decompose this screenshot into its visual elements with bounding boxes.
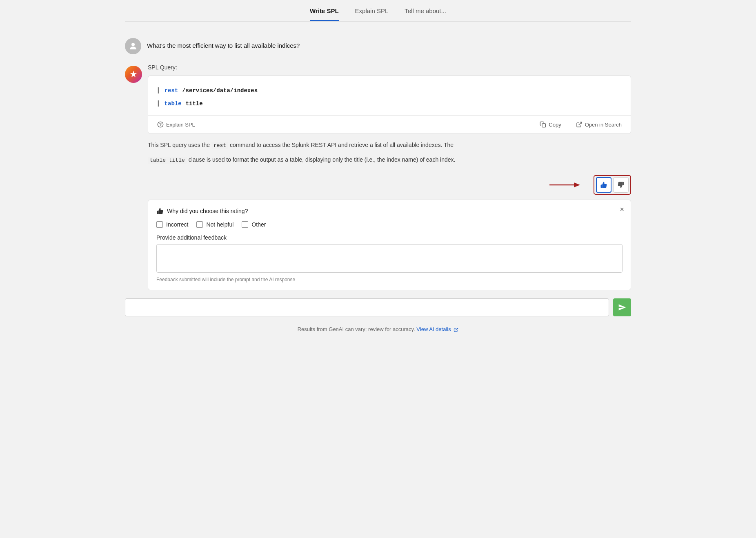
- code-line-1: | rest /services/data/indexes: [156, 84, 623, 97]
- checkbox-other-label: Other: [251, 221, 266, 228]
- external-link-small-icon: [454, 327, 458, 332]
- footer-note: Results from GenAI can vary; review for …: [298, 323, 459, 339]
- inline-code-rest: rest: [211, 142, 228, 149]
- description-text: This SPL query uses the rest command to …: [148, 140, 631, 150]
- chat-area: What's the most efficient way to list al…: [125, 31, 631, 290]
- code-path: /services/data/indexes: [182, 85, 258, 96]
- send-icon: [618, 303, 626, 311]
- inline-code-table: table title: [148, 157, 187, 164]
- keyword-table: table: [165, 98, 182, 109]
- svg-rect-3: [542, 124, 546, 127]
- user-avatar: [125, 38, 141, 54]
- description-text-2: table title clause is used to format the…: [148, 155, 631, 165]
- close-feedback-button[interactable]: ×: [620, 206, 624, 213]
- checkbox-not-helpful[interactable]: Not helpful: [196, 221, 233, 228]
- ai-sparkle-icon: [129, 70, 138, 79]
- svg-marker-6: [574, 182, 580, 187]
- why-rating-title: Why did you choose this rating?: [167, 208, 248, 214]
- feedback-row: [148, 170, 631, 195]
- tab-explain-spl[interactable]: Explain SPL: [355, 7, 389, 21]
- code-line-2: | table title: [156, 97, 623, 110]
- why-rating-section: Why did you choose this rating? × Incorr…: [148, 200, 631, 290]
- svg-point-0: [131, 43, 135, 46]
- code-table-arg: title: [186, 98, 203, 109]
- tab-write-spl[interactable]: Write SPL: [310, 7, 339, 21]
- footer-text: Results from GenAI can vary; review for …: [298, 326, 415, 332]
- ai-label: SPL Query:: [148, 64, 631, 71]
- ai-content: SPL Query: | rest /services/data/indexes…: [148, 64, 631, 195]
- thumbs-down-button[interactable]: [613, 177, 629, 193]
- checkbox-row: Incorrect Not helpful Other: [156, 221, 623, 228]
- code-block: | rest /services/data/indexes | table ti…: [148, 76, 631, 134]
- feedback-hint: Feedback submitted will include the prom…: [156, 277, 623, 282]
- bottom-input-bar: [109, 294, 647, 323]
- checkbox-box-not-helpful: [196, 221, 203, 228]
- thumbs-up-small-icon: [156, 207, 164, 215]
- svg-line-4: [578, 122, 581, 125]
- ai-message-row: SPL Query: | rest /services/data/indexes…: [125, 62, 631, 195]
- thumbs-highlight: [594, 175, 631, 195]
- message-input[interactable]: [125, 298, 609, 316]
- copy-label: Copy: [549, 122, 561, 128]
- pipe-1: |: [156, 84, 160, 97]
- feedback-textarea[interactable]: [156, 244, 623, 273]
- question-circle-icon: [157, 121, 164, 128]
- open-in-search-button[interactable]: Open in Search: [574, 120, 624, 129]
- svg-line-7: [456, 328, 458, 330]
- code-area: | rest /services/data/indexes | table ti…: [148, 76, 631, 115]
- red-arrow-icon: [549, 181, 582, 189]
- why-rating-header: Why did you choose this rating?: [156, 207, 623, 215]
- open-in-search-label: Open in Search: [585, 122, 622, 128]
- footer-link-text: View AI details: [416, 326, 451, 332]
- explain-spl-button[interactable]: Explain SPL: [155, 120, 198, 129]
- user-icon: [128, 41, 138, 51]
- external-link-icon: [576, 121, 583, 128]
- svg-point-2: [160, 126, 161, 126]
- checkbox-incorrect[interactable]: Incorrect: [156, 221, 188, 228]
- copy-button[interactable]: Copy: [537, 120, 563, 129]
- thumbs-down-icon: [617, 181, 625, 189]
- explain-spl-label: Explain SPL: [166, 122, 195, 128]
- checkbox-box-incorrect: [156, 221, 163, 228]
- checkbox-other[interactable]: Other: [242, 221, 266, 228]
- code-actions: Explain SPL Copy: [148, 116, 631, 133]
- arrow-container: [549, 181, 582, 189]
- checkbox-incorrect-label: Incorrect: [166, 221, 188, 228]
- checkbox-box-other: [242, 221, 248, 228]
- pipe-2: |: [156, 97, 160, 110]
- tab-tell-me-about[interactable]: Tell me about...: [405, 7, 446, 21]
- checkbox-not-helpful-label: Not helpful: [206, 221, 233, 228]
- view-ai-details-link[interactable]: View AI details: [416, 326, 458, 332]
- copy-icon: [540, 121, 546, 128]
- thumbs-up-icon: [600, 181, 607, 189]
- keyword-rest: rest: [165, 85, 178, 96]
- ai-avatar: [125, 66, 142, 83]
- user-message-text: What's the most efficient way to list al…: [147, 38, 300, 51]
- tabs-bar: Write SPL Explain SPL Tell me about...: [125, 0, 631, 22]
- thumbs-up-button[interactable]: [596, 177, 611, 193]
- additional-feedback-label: Provide additional feedback: [156, 234, 623, 241]
- user-message-row: What's the most efficient way to list al…: [125, 31, 631, 62]
- send-button[interactable]: [613, 298, 631, 316]
